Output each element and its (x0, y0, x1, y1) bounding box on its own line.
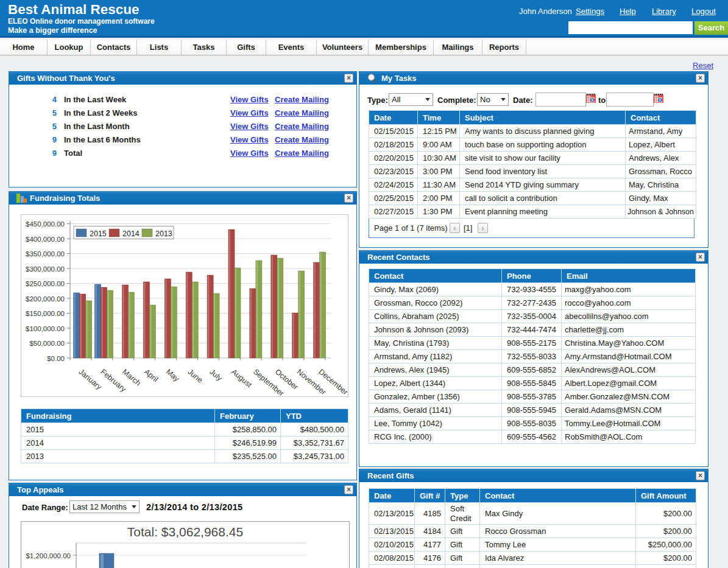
svg-text:2014: 2014 (122, 230, 140, 238)
svg-text:August: August (230, 368, 253, 390)
svg-text:2015: 2015 (90, 230, 107, 238)
svg-text:April: April (143, 368, 160, 384)
svg-text:$400,000.00: $400,000.00 (26, 236, 65, 243)
svg-text:$300,000.00: $300,000.00 (26, 265, 65, 273)
svg-text:January: January (77, 368, 104, 392)
svg-text:$450,000.00: $450,000.00 (26, 220, 65, 228)
svg-text:$250,000.00: $250,000.00 (26, 280, 65, 287)
svg-text:2013: 2013 (155, 230, 172, 238)
svg-text:$200,000.00: $200,000.00 (26, 295, 65, 303)
svg-text:June: June (186, 368, 205, 385)
svg-text:$150,000.00: $150,000.00 (26, 310, 65, 317)
svg-text:July: July (208, 368, 224, 383)
svg-text:$50,000.00: $50,000.00 (29, 340, 65, 347)
svg-text:$1,200,000.00: $1,200,000.00 (26, 552, 71, 559)
svg-text:$0.00: $0.00 (47, 355, 65, 362)
svg-text:$350,000.00: $350,000.00 (26, 250, 65, 258)
svg-text:$100,000.00: $100,000.00 (26, 325, 65, 332)
svg-text:May: May (164, 368, 182, 384)
